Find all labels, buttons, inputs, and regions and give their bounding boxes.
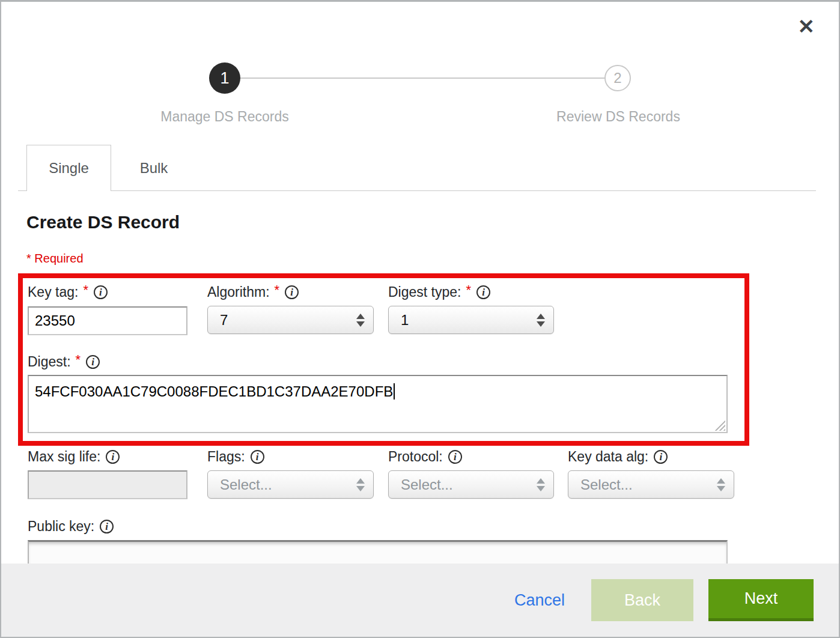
required-asterisk: * bbox=[76, 352, 81, 368]
algorithm-label: Algorithm: bbox=[207, 284, 270, 300]
select-arrows-icon bbox=[356, 478, 365, 491]
next-button[interactable]: Next bbox=[708, 579, 814, 621]
flags-label: Flags: bbox=[207, 449, 245, 465]
key-tag-input[interactable] bbox=[28, 306, 187, 335]
info-icon[interactable]: i bbox=[86, 355, 100, 369]
digest-type-label: Digest type: bbox=[388, 284, 461, 300]
info-icon[interactable]: i bbox=[285, 285, 299, 299]
flags-label-row: Flags: i bbox=[207, 448, 264, 466]
info-icon[interactable]: i bbox=[106, 450, 120, 464]
max-sig-life-input[interactable] bbox=[28, 470, 187, 499]
flags-select[interactable]: Select... bbox=[207, 470, 374, 499]
required-asterisk: * bbox=[466, 282, 471, 298]
key-tag-label: Key tag: bbox=[28, 284, 78, 300]
dialog-footer: Cancel Back Next bbox=[1, 564, 839, 637]
digest-value: 54FCF030AA1C79C0088FDEC1BD1C37DAA2E70DFB bbox=[35, 383, 393, 400]
digest-type-select[interactable]: 1 bbox=[388, 306, 554, 334]
algorithm-select[interactable]: 7 bbox=[207, 306, 374, 334]
protocol-label-row: Protocol: i bbox=[388, 448, 462, 466]
digest-label-row: Digest: * i bbox=[28, 353, 100, 371]
required-note: * Required bbox=[26, 252, 84, 266]
public-key-label: Public key: bbox=[28, 518, 94, 535]
key-data-alg-select-value: Select... bbox=[580, 476, 712, 493]
close-icon[interactable]: ✕ bbox=[798, 16, 815, 37]
digest-type-label-row: Digest type: * i bbox=[388, 283, 490, 301]
info-icon[interactable]: i bbox=[448, 450, 462, 464]
flags-select-value: Select... bbox=[220, 476, 352, 493]
stepper-connector bbox=[240, 77, 605, 79]
page-title: Create DS Record bbox=[26, 212, 180, 232]
stepper-step-1: 1 bbox=[209, 62, 240, 94]
stepper-step-2: 2 bbox=[604, 65, 631, 91]
info-icon[interactable]: i bbox=[94, 285, 108, 299]
text-cursor bbox=[394, 383, 395, 400]
tab-bulk[interactable]: Bulk bbox=[111, 145, 196, 191]
tab-single[interactable]: Single bbox=[26, 145, 111, 191]
info-icon[interactable]: i bbox=[251, 450, 264, 464]
digest-type-select-value: 1 bbox=[401, 312, 532, 329]
public-key-label-row: Public key: i bbox=[28, 517, 114, 535]
protocol-label: Protocol: bbox=[388, 449, 443, 465]
select-arrows-icon bbox=[537, 314, 545, 327]
step-1-number: 1 bbox=[220, 69, 229, 88]
step-2-number: 2 bbox=[613, 70, 621, 87]
select-arrows-icon bbox=[356, 314, 365, 327]
max-sig-life-label: Max sig life: bbox=[28, 449, 100, 465]
info-icon[interactable]: i bbox=[100, 520, 114, 533]
select-arrows-icon bbox=[537, 478, 545, 491]
back-button[interactable]: Back bbox=[591, 579, 693, 621]
required-asterisk: * bbox=[83, 282, 88, 298]
key-data-alg-label: Key data alg: bbox=[568, 449, 648, 465]
max-sig-life-label-row: Max sig life: i bbox=[28, 448, 120, 466]
step-1-label: Manage DS Records bbox=[129, 109, 321, 125]
cancel-button[interactable]: Cancel bbox=[514, 591, 565, 610]
step-2-label: Review DS Records bbox=[522, 109, 714, 125]
algorithm-select-value: 7 bbox=[220, 312, 352, 329]
create-ds-record-dialog: ✕ 1 2 Manage DS Records Review DS Record… bbox=[0, 0, 840, 638]
digest-textarea[interactable]: 54FCF030AA1C79C0088FDEC1BD1C37DAA2E70DFB bbox=[28, 375, 728, 433]
required-asterisk: * bbox=[275, 282, 280, 298]
info-icon[interactable]: i bbox=[654, 450, 668, 464]
digest-label: Digest: bbox=[28, 354, 71, 370]
select-arrows-icon bbox=[717, 478, 725, 491]
protocol-select-value: Select... bbox=[401, 476, 532, 493]
protocol-select[interactable]: Select... bbox=[388, 470, 554, 499]
key-data-alg-select[interactable]: Select... bbox=[568, 470, 734, 499]
algorithm-label-row: Algorithm: * i bbox=[207, 283, 299, 301]
key-tag-label-row: Key tag: * i bbox=[28, 283, 108, 301]
resize-grip-icon[interactable] bbox=[714, 420, 725, 431]
key-data-alg-label-row: Key data alg: i bbox=[568, 448, 668, 466]
info-icon[interactable]: i bbox=[476, 285, 490, 299]
